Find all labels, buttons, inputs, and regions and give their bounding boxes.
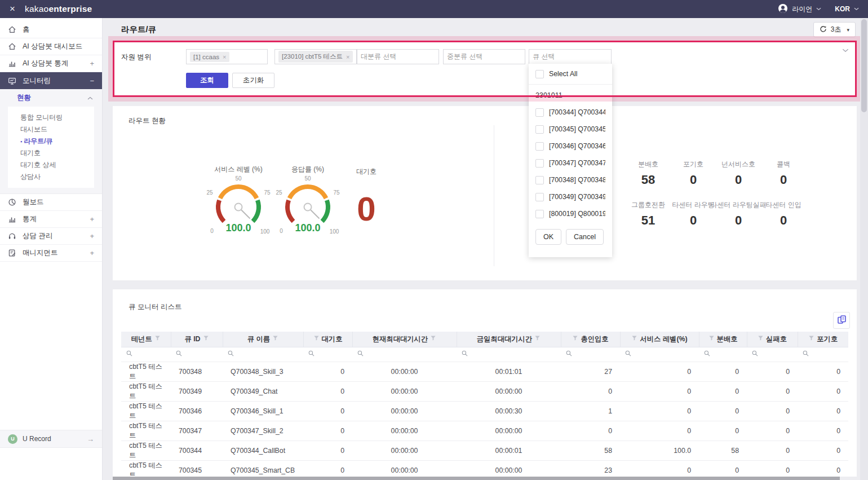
sidebar-item-u-record[interactable]: U U Record → (0, 430, 102, 448)
submenu-item-대기호[interactable]: 대기호 (8, 147, 94, 159)
svg-text:100: 100 (330, 228, 339, 235)
queue-option-label: [700348] Q700348_… (549, 176, 605, 184)
table-cell: Q700348_Skill_3 (223, 362, 303, 381)
checkbox[interactable] (535, 193, 544, 201)
sidebar-item-월보드[interactable]: 월보드 (0, 194, 102, 211)
submenu-item-통합-모니터링[interactable]: 통합 모니터링 (8, 112, 94, 124)
dropdown-group-label: 2301011 (529, 88, 612, 104)
user-name[interactable]: 라이언 (792, 5, 812, 14)
checkbox[interactable] (535, 210, 544, 218)
column-header-테넌트[interactable]: 테넌트 (121, 332, 171, 347)
route-status-title: 라우트 현황 (129, 116, 166, 126)
column-search-input[interactable] (561, 347, 620, 362)
major-category-select[interactable]: 대분류 선택 (357, 49, 439, 64)
filter-funnel-icon[interactable] (631, 335, 637, 343)
queue-option[interactable]: [700344] Q700344_… (529, 104, 612, 121)
column-header-금일최대대기시간[interactable]: 금일최대대기시간 (457, 332, 561, 347)
queue-option[interactable]: [700345] Q700345_… (529, 121, 612, 138)
sidebar-item-AI-상담봇-통계[interactable]: AI 상담봇 통계+ (0, 55, 102, 72)
filter-funnel-icon[interactable] (572, 335, 578, 343)
collapse-chevron-icon[interactable] (842, 49, 849, 52)
filter-funnel-icon[interactable] (430, 335, 436, 343)
queue-option[interactable]: [700347] Q700347_… (529, 155, 612, 171)
column-header-대기호[interactable]: 대기호 (303, 332, 352, 347)
tenant-filter-input[interactable]: [1] ccaas × (186, 49, 268, 64)
column-header-서비스-레벨-[interactable]: 서비스 레벨(%) (620, 332, 699, 347)
stat-label: 타센터 라우팅실패 (716, 196, 761, 213)
column-header-실패호[interactable]: 실패호 (747, 332, 798, 347)
sidebar-item-AI-상담봇-대시보드[interactable]: AI 상담봇 대시보드 (0, 38, 102, 55)
column-search-input[interactable] (171, 347, 223, 362)
search-button[interactable]: 조회 (186, 73, 228, 88)
column-header-총인입호[interactable]: 총인입호 (561, 332, 620, 347)
queue-option[interactable]: [700346] Q700346_… (529, 138, 612, 155)
table-cell: 00:00:00 (457, 381, 561, 401)
submenu-item-상담사[interactable]: 상담사 (8, 171, 94, 183)
table-cell: 0 (620, 381, 699, 401)
column-search-input[interactable] (798, 347, 848, 362)
submenu-item-대기호-상세[interactable]: 대기호 상세 (8, 159, 94, 171)
column-search-input[interactable] (352, 347, 457, 362)
service-filter-input[interactable]: [23010] cbtT5 테스트 × (274, 49, 357, 64)
sidebar-item-통계[interactable]: 통계+ (0, 211, 102, 228)
select-all-option[interactable]: Select All (529, 64, 612, 84)
sidebar-section-head[interactable]: 현황 (0, 89, 102, 107)
copy-button[interactable] (833, 312, 850, 329)
table-cell: 0 (303, 441, 352, 460)
column-search-input[interactable] (303, 347, 352, 362)
locale-selector[interactable]: KOR (835, 5, 850, 13)
sidebar-item-홈[interactable]: 홈 (0, 21, 102, 38)
filter-funnel-icon[interactable] (708, 335, 715, 343)
queue-option-label: [700346] Q700346_… (549, 142, 605, 150)
filter-funnel-icon[interactable] (203, 335, 209, 343)
horizontal-scrollbar-thumb[interactable] (113, 477, 840, 480)
chevron-down-icon[interactable] (854, 7, 859, 11)
ok-button[interactable]: OK (535, 229, 561, 245)
filter-funnel-icon[interactable] (154, 335, 161, 343)
checkbox[interactable] (535, 159, 544, 168)
filter-funnel-icon[interactable] (534, 335, 541, 343)
chevron-down-icon[interactable] (816, 7, 821, 11)
chip-remove-icon[interactable]: × (223, 54, 226, 60)
reset-button[interactable]: 초기화 (232, 73, 274, 88)
checkbox[interactable] (535, 70, 544, 78)
submenu-item-라우트/큐[interactable]: 라우트/큐 (8, 135, 94, 147)
column-search-input[interactable] (457, 347, 561, 362)
cancel-button[interactable]: Cancel (566, 229, 604, 245)
column-search-input[interactable] (699, 347, 747, 362)
queue-select[interactable]: 큐 선택 (529, 49, 612, 64)
refresh-interval-button[interactable]: 3초 ▾ (813, 22, 856, 37)
column-search-input[interactable] (747, 347, 798, 362)
queue-monitor-panel: 큐 모니터 리스트 테넌트큐 ID큐 이름대기호현재최대대기시간금일최대대기시간… (113, 289, 857, 477)
column-header-큐-ID[interactable]: 큐 ID (171, 332, 223, 347)
checkbox[interactable] (535, 142, 544, 151)
queue-option[interactable]: [700349] Q700349_… (529, 188, 612, 205)
column-header-포기호[interactable]: 포기호 (798, 332, 848, 347)
chip-remove-icon[interactable]: × (346, 54, 349, 60)
middle-category-select[interactable]: 중분류 선택 (443, 49, 525, 64)
column-header-큐-이름[interactable]: 큐 이름 (223, 332, 303, 347)
vertical-scrollbar-thumb[interactable] (861, 19, 867, 112)
checkbox[interactable] (535, 125, 544, 134)
filter-funnel-icon[interactable] (272, 335, 278, 343)
filter-funnel-icon[interactable] (758, 335, 764, 343)
filter-funnel-icon[interactable] (313, 335, 320, 343)
close-icon[interactable]: × (0, 3, 25, 15)
table-cell: Q700349_Chat (223, 381, 303, 401)
queue-option[interactable]: [700348] Q700348_… (529, 171, 612, 188)
column-header-현재최대대기시간[interactable]: 현재최대대기시간 (352, 332, 457, 347)
table-cell: Q700344_CallBot (223, 441, 303, 460)
column-header-분배호[interactable]: 분배호 (699, 332, 747, 347)
user-avatar-icon[interactable] (778, 3, 788, 15)
submenu-item-대시보드[interactable]: 대시보드 (8, 124, 94, 135)
column-search-input[interactable] (223, 347, 303, 362)
filter-funnel-icon[interactable] (808, 335, 814, 343)
queue-option[interactable]: [800019] Q800019_… (529, 205, 612, 222)
column-search-input[interactable] (620, 347, 699, 362)
checkbox[interactable] (535, 108, 544, 117)
column-search-input[interactable] (121, 347, 171, 362)
sidebar-item-매니지먼트[interactable]: 매니지먼트+ (0, 245, 102, 262)
sidebar-item-모니터링[interactable]: 모니터링− (0, 72, 102, 89)
sidebar-item-상담-관리[interactable]: 상담 관리+ (0, 228, 102, 245)
checkbox[interactable] (535, 176, 544, 184)
